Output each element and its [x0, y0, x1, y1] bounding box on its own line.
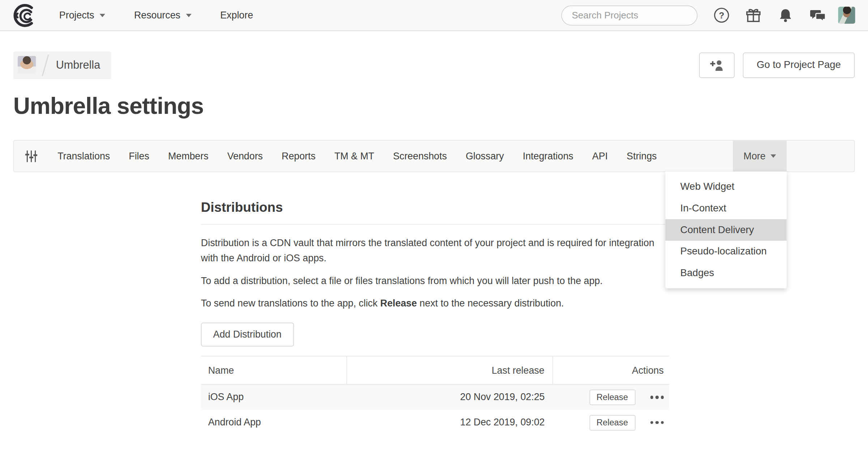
- distribution-name: Android App: [201, 410, 347, 435]
- menu-item-web-widget[interactable]: Web Widget: [666, 176, 787, 198]
- table-row: iOS App 20 Nov 2019, 02:25 Release: [201, 384, 669, 409]
- tab-reports[interactable]: Reports: [272, 150, 325, 162]
- chevron-down-icon: [770, 154, 776, 158]
- menu-item-pseudo-localization[interactable]: Pseudo-localization: [666, 241, 787, 262]
- project-search: [561, 5, 698, 25]
- top-navbar: Projects Resources Explore: [0, 0, 868, 31]
- breadcrumb[interactable]: Umbrella: [13, 51, 111, 79]
- release-button[interactable]: Release: [589, 390, 635, 405]
- menu-item-in-context[interactable]: In-Context: [666, 198, 787, 219]
- table-row: Android App 12 Dec 2019, 09:02 Release: [201, 410, 669, 435]
- add-person-icon: [710, 59, 724, 71]
- project-owner-avatar: [18, 56, 36, 74]
- paragraph-3-bold: Release: [380, 298, 417, 309]
- breadcrumb-project-name: Umbrella: [56, 59, 101, 71]
- distributions-table: Name Last release Actions iOS App 20 Nov…: [201, 356, 669, 436]
- tab-strings[interactable]: Strings: [617, 150, 666, 162]
- nav-menu-resources[interactable]: Resources: [134, 9, 192, 21]
- help-icon: [714, 8, 729, 22]
- table-header-row: Name Last release Actions: [201, 356, 669, 384]
- tab-general-settings[interactable]: [14, 149, 48, 163]
- notifications-button[interactable]: [778, 8, 793, 23]
- settings-tabbar: Translations Files Members Vendors Repor…: [13, 140, 855, 172]
- chevron-down-icon: [100, 14, 105, 17]
- header-row: Umbrella Go to Project Page: [13, 52, 855, 78]
- menu-item-content-delivery[interactable]: Content Delivery: [666, 219, 787, 241]
- paragraph-3-text: next to the necessary distribution.: [417, 298, 564, 309]
- tab-more[interactable]: More: [733, 141, 787, 172]
- tab-screenshots[interactable]: Screenshots: [384, 150, 456, 162]
- more-actions-icon[interactable]: [650, 419, 664, 426]
- messages-button[interactable]: [809, 7, 826, 23]
- column-header-last-release: Last release: [347, 356, 553, 384]
- more-menu-wrap: More Web Widget In-Context Content Deliv…: [733, 141, 787, 172]
- bell-icon: [778, 8, 793, 23]
- help-button[interactable]: [714, 8, 729, 22]
- nav-menu-resources-label: Resources: [134, 9, 180, 21]
- distribution-last-release: 20 Nov 2019, 02:25: [347, 384, 553, 409]
- distribution-name: iOS App: [201, 384, 347, 409]
- tab-members[interactable]: Members: [159, 150, 218, 162]
- search-input[interactable]: [572, 10, 694, 21]
- add-distribution-label: Add Distribution: [213, 329, 282, 340]
- nav-menu-projects[interactable]: Projects: [59, 9, 105, 21]
- distributions-section: Distributions Distribution is a CDN vaul…: [201, 200, 669, 436]
- page-title: Umbrella settings: [13, 93, 855, 119]
- gifts-button[interactable]: [745, 7, 762, 23]
- crowdin-logo[interactable]: [13, 4, 36, 27]
- gift-icon: [745, 7, 762, 23]
- tab-api[interactable]: API: [583, 150, 617, 162]
- chevron-down-icon: [186, 14, 191, 17]
- go-to-project-page-label: Go to Project Page: [757, 59, 841, 71]
- section-heading: Distributions: [201, 200, 669, 225]
- menu-item-badges[interactable]: Badges: [666, 262, 787, 284]
- tab-glossary[interactable]: Glossary: [456, 150, 513, 162]
- tab-more-label: More: [744, 150, 766, 162]
- breadcrumb-separator: [42, 54, 49, 76]
- chat-icon: [809, 7, 826, 23]
- tab-integrations[interactable]: Integrations: [513, 150, 583, 162]
- release-button[interactable]: Release: [589, 415, 635, 430]
- invite-member-button[interactable]: [699, 52, 735, 78]
- nav-menu-explore-label: Explore: [220, 9, 253, 21]
- tab-tm-mt[interactable]: TM & MT: [325, 150, 384, 162]
- go-to-project-page-button[interactable]: Go to Project Page: [743, 52, 855, 78]
- more-actions-icon[interactable]: [650, 394, 664, 401]
- add-distribution-button[interactable]: Add Distribution: [201, 323, 294, 347]
- sliders-icon: [24, 149, 38, 163]
- navbar-icon-group: [714, 7, 826, 23]
- header-buttons: Go to Project Page: [699, 52, 855, 78]
- crowdin-logo-icon: [13, 4, 36, 27]
- description-paragraph-1: Distribution is a CDN vault that mirrors…: [201, 236, 669, 266]
- nav-menu-explore[interactable]: Explore: [220, 9, 253, 21]
- user-avatar[interactable]: [838, 7, 855, 23]
- description-paragraph-3: To send new translations to the app, cli…: [201, 296, 669, 311]
- tab-vendors[interactable]: Vendors: [218, 150, 272, 162]
- description-paragraph-2: To add a distribution, select a file or …: [201, 273, 669, 288]
- more-dropdown-menu: Web Widget In-Context Content Delivery P…: [666, 172, 787, 288]
- paragraph-3-text: To send new translations to the app, cli…: [201, 298, 380, 309]
- distribution-last-release: 12 Dec 2019, 09:02: [347, 410, 553, 435]
- tab-translations[interactable]: Translations: [48, 150, 119, 162]
- tab-files[interactable]: Files: [119, 150, 159, 162]
- distribution-actions: Release: [552, 384, 669, 409]
- nav-menu-projects-label: Projects: [59, 9, 94, 21]
- distribution-actions: Release: [552, 410, 669, 435]
- column-header-name: Name: [201, 356, 347, 384]
- column-header-actions: Actions: [552, 356, 669, 384]
